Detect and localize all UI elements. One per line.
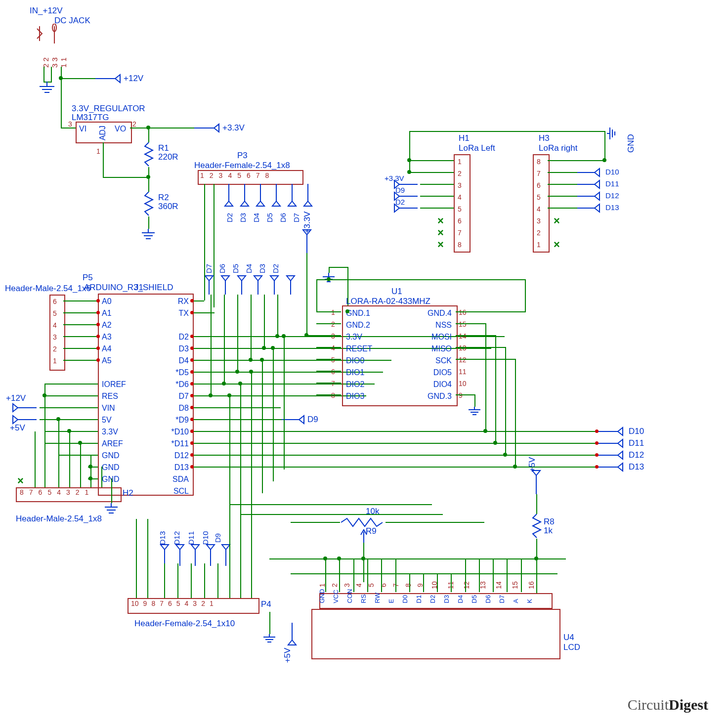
p4-d10: D10 <box>201 531 210 545</box>
p3-d3: D3 <box>239 213 247 222</box>
net-d9: D9 <box>307 415 318 425</box>
wire <box>251 372 252 504</box>
wire <box>363 543 364 582</box>
p5-desc: Header-Male-2.54_1x6 <box>5 284 91 294</box>
wire <box>316 383 341 384</box>
p3-ref: P3 <box>237 151 248 161</box>
p4-desc: Header-Female-2.54_1x10 <box>134 619 235 629</box>
u1-rnums: 16151413 1211109 <box>459 306 467 401</box>
junction <box>602 158 606 162</box>
net-5v-arrow2 <box>531 470 542 494</box>
h3-ref: H3 <box>539 133 550 143</box>
wire <box>420 184 454 185</box>
wire <box>63 336 98 337</box>
pin-dot <box>96 311 100 314</box>
pin-dot <box>190 441 194 445</box>
net-33v-2: +3.3V <box>302 212 312 234</box>
r9-wiper <box>360 528 368 543</box>
net-d12-arrow <box>598 450 628 461</box>
wire <box>192 407 281 408</box>
r1-symbol <box>143 142 154 167</box>
wire <box>420 196 454 197</box>
gnd-symbol <box>103 503 123 517</box>
footer-brand: CircuitDigest <box>628 696 708 713</box>
wire <box>58 455 98 456</box>
gnd-symbol <box>37 82 57 96</box>
p3-d6: D6 <box>279 213 287 222</box>
wire <box>251 295 252 361</box>
wire <box>604 131 605 162</box>
r1-val: 220R <box>158 152 178 162</box>
reg-pin1: 1 <box>96 147 100 155</box>
r8-ref: R8 <box>544 517 555 527</box>
junction <box>56 417 60 421</box>
wire <box>409 131 604 132</box>
net-12v-2: +12V <box>6 393 26 403</box>
wire <box>456 311 525 312</box>
wire <box>367 558 368 592</box>
u4-box <box>311 609 560 659</box>
wire <box>316 279 526 280</box>
wire <box>240 514 443 515</box>
pin-dot <box>96 323 100 326</box>
wire <box>61 78 95 79</box>
junction <box>407 158 411 162</box>
j1-desc: ARDUINO_R3_SHIELD <box>84 283 173 293</box>
pin-dot <box>595 465 599 469</box>
net-d9-arrow <box>282 414 309 425</box>
pin-dot <box>595 441 599 445</box>
reg-vo: VO <box>115 125 126 133</box>
h2-desc: Header-Male-2.54_1x8 <box>16 514 102 524</box>
wire <box>147 519 148 598</box>
junction <box>78 441 82 445</box>
h1-box <box>454 154 471 253</box>
reg-pin3: 3 <box>68 120 72 128</box>
wire <box>51 67 52 82</box>
bus-d7: D7 <box>205 264 213 273</box>
pin-dot <box>190 311 194 314</box>
wire <box>291 522 340 523</box>
p4-nets <box>158 544 232 566</box>
wire <box>164 563 165 598</box>
u1-desc: LORA-RA-02-433MHZ <box>346 297 430 306</box>
p4-d11: D11 <box>187 531 195 545</box>
wire <box>316 359 341 360</box>
wire <box>548 172 577 173</box>
net-d13-h3 <box>577 203 604 214</box>
dcjack-symbol <box>30 24 69 58</box>
pin-dot <box>190 429 194 433</box>
junction <box>271 346 275 350</box>
wire <box>515 359 516 467</box>
wire <box>192 384 225 385</box>
net-d13: D13 <box>629 462 644 472</box>
p4-pins: 109 87 65 43 21 <box>131 600 214 607</box>
junction <box>282 334 286 338</box>
wire <box>204 184 205 243</box>
wire <box>456 335 495 336</box>
wire <box>40 407 98 408</box>
wire <box>456 323 485 324</box>
wire <box>485 323 486 431</box>
wire <box>44 384 45 487</box>
r8-val: 1k <box>544 526 553 536</box>
net-33v-arrow <box>194 123 224 133</box>
r2-symbol <box>143 192 154 216</box>
bus-d4: D4 <box>245 264 253 273</box>
arduino-left-pins: A0A1A2 A3A4A5 IOREFRES VIN5V3.3V AREFGND… <box>102 296 126 485</box>
wire <box>204 241 205 300</box>
wire <box>381 558 382 592</box>
junction <box>88 465 92 469</box>
p3-d5: D5 <box>265 213 274 222</box>
net-d11: D11 <box>629 438 644 448</box>
bus-d3: D3 <box>258 264 266 273</box>
wire <box>192 372 238 373</box>
pin-dot <box>96 299 100 302</box>
wire <box>69 431 70 487</box>
wire <box>548 196 577 197</box>
wire <box>148 167 149 182</box>
wire <box>63 324 98 325</box>
wire <box>284 336 285 470</box>
h3-pins: 8765 4321 <box>537 156 541 251</box>
wire <box>130 128 194 128</box>
h1-pins: 1234 5678 <box>458 156 462 251</box>
